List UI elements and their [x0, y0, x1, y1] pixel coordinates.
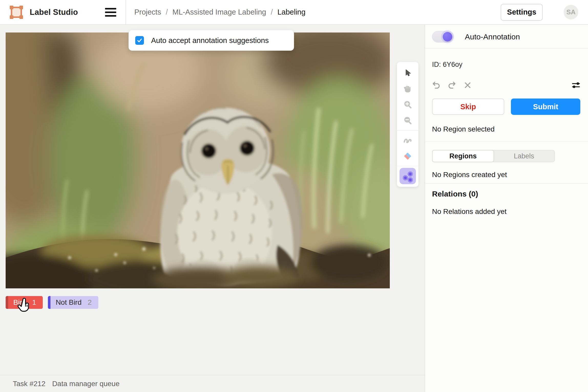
tab-labels[interactable]: Labels — [494, 150, 554, 162]
sidebar-divider — [425, 183, 588, 183]
sidebar-divider — [425, 141, 588, 141]
empty-relations-text: No Relations added yet — [432, 208, 507, 216]
zoom-in-tool-icon[interactable] — [400, 97, 416, 113]
reset-close-icon[interactable] — [464, 81, 471, 89]
tab-regions[interactable]: Regions — [432, 150, 494, 162]
annotation-id: ID: 6Y6oy — [432, 61, 463, 69]
task-number: Task #212 — [13, 380, 46, 388]
auto-accept-banner: Auto accept annotation suggestions — [129, 30, 294, 51]
empty-regions-text: No Regions created yet — [432, 171, 507, 179]
magic-wand-tool-icon[interactable] — [400, 168, 416, 184]
auto-annotation-label: Auto-Annotation — [465, 32, 520, 41]
sidebar-divider — [425, 48, 588, 48]
history-controls — [432, 81, 580, 90]
label-studio-logo[interactable]: Label Studio — [9, 5, 78, 19]
label-studio-logo-icon — [9, 5, 24, 19]
app-name: Label Studio — [30, 8, 78, 17]
label-hotkey: 2 — [88, 298, 92, 307]
breadcrumb-separator: / — [271, 8, 273, 16]
regions-labels-tabs: Regions Labels — [432, 150, 555, 162]
eraser-tool-icon[interactable] — [400, 148, 416, 164]
label-hotkey: 1 — [32, 298, 36, 307]
user-avatar[interactable]: SA — [564, 5, 578, 19]
top-bar: Label Studio Projects / ML-Assisted Imag… — [0, 0, 588, 25]
task-image-owl[interactable] — [6, 32, 390, 288]
settings-sliders-icon[interactable] — [572, 81, 580, 90]
pointer-tool-icon[interactable] — [400, 65, 416, 81]
skip-button[interactable]: Skip — [432, 99, 504, 115]
tool-divider — [397, 166, 418, 166]
label-chips-row: Bird 1 Not Bird 2 — [6, 296, 98, 309]
auto-accept-checkbox[interactable] — [135, 36, 144, 45]
queue-name: Data manager queue — [52, 380, 120, 388]
label-strip — [6, 296, 8, 309]
no-region-selected-text: No Region selected — [432, 125, 495, 133]
breadcrumb-current-page: Labeling — [277, 8, 306, 16]
relations-title: Relations (0) — [432, 190, 478, 198]
submit-button[interactable]: Submit — [511, 99, 580, 115]
settings-button[interactable]: Settings — [501, 4, 543, 21]
menu-hamburger-icon[interactable] — [105, 8, 116, 17]
breadcrumb: Projects / ML-Assisted Image Labeling / … — [134, 8, 305, 16]
breadcrumb-project-name[interactable]: ML-Assisted Image Labeling — [172, 8, 266, 16]
auto-annotation-toggle[interactable] — [432, 31, 454, 42]
topbar-divider — [125, 0, 126, 25]
auto-accept-label: Auto accept annotation suggestions — [151, 36, 269, 45]
task-footer: Task #212 Data manager queue — [0, 375, 424, 392]
annotation-sidebar: Auto-Annotation ID: 6Y6oy — [425, 25, 588, 392]
labeling-workspace: Auto accept annotation suggestions — [0, 25, 425, 392]
tool-palette — [397, 62, 418, 187]
toggle-knob — [443, 32, 452, 41]
zoom-out-tool-icon[interactable] — [400, 113, 416, 128]
tool-divider — [397, 130, 418, 130]
redo-icon[interactable] — [448, 81, 456, 89]
label-text: Bird — [13, 298, 26, 307]
brush-tool-icon[interactable] — [400, 132, 416, 148]
breadcrumb-separator: / — [166, 8, 168, 16]
undo-icon[interactable] — [432, 81, 440, 89]
label-chip-bird[interactable]: Bird 1 — [6, 296, 43, 309]
label-strip — [48, 296, 50, 309]
label-chip-not-bird[interactable]: Not Bird 2 — [48, 296, 98, 309]
label-text: Not Bird — [56, 298, 81, 307]
breadcrumb-projects[interactable]: Projects — [134, 8, 161, 16]
pan-hand-tool-icon[interactable] — [400, 81, 416, 97]
